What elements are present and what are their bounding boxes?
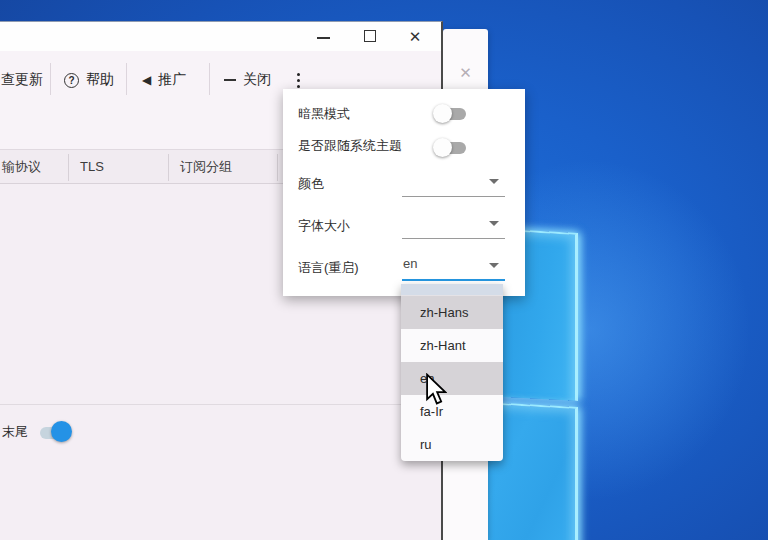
close-icon[interactable]: ✕ (443, 65, 488, 81)
dropdown-item-fa-ir[interactable]: fa-Ir (401, 395, 503, 428)
color-label: 颜色 (298, 175, 324, 193)
toggle-knob[interactable] (433, 138, 452, 157)
font-size-label: 字体大小 (298, 217, 350, 235)
desktop: ✕ ⌄ ? ✕ 查更新 ? 帮助 ◀ 推广 (0, 0, 768, 540)
dropdown-item-ru[interactable]: ru (401, 428, 503, 461)
font-size-select-underline (402, 238, 505, 239)
close-core-button[interactable]: 关闭 (224, 65, 271, 95)
maximize-icon (364, 30, 376, 42)
close-core-label: 关闭 (243, 71, 271, 89)
toggle-knob[interactable] (433, 104, 452, 123)
dark-mode-label: 暗黑模式 (298, 105, 350, 123)
dropdown-item-zh-hans[interactable]: zh-Hans (401, 296, 503, 329)
footer-bar: 末尾 (0, 414, 441, 454)
promotion-label: 推广 (158, 71, 186, 89)
help-button[interactable]: ? 帮助 (64, 65, 114, 95)
help-label: 帮助 (86, 71, 114, 89)
chevron-down-icon[interactable] (489, 263, 499, 268)
language-label: 语言(重启) (298, 259, 359, 277)
dropdown-item-en[interactable]: en (401, 362, 503, 395)
minimize-icon (317, 37, 330, 39)
speaker-icon: ◀ (142, 73, 151, 87)
dropdown-top-strip (401, 284, 503, 296)
minus-icon (224, 79, 236, 81)
language-dropdown-list: zh-Hans zh-Hant en fa-Ir ru (401, 284, 503, 461)
follow-system-theme-label: 是否跟随系统主题 (298, 137, 402, 155)
column-header-tls[interactable]: TLS (68, 150, 168, 183)
check-update-label: 查更新 (1, 71, 43, 89)
check-update-button[interactable]: 查更新 (1, 65, 43, 95)
column-divider (277, 154, 278, 181)
minimize-button[interactable] (306, 22, 340, 51)
toolbar-divider (50, 63, 51, 95)
toggle-knob[interactable] (51, 421, 72, 442)
help-icon: ? (64, 73, 79, 88)
toolbar-divider (126, 63, 127, 95)
settings-popup: 暗黑模式 是否跟随系统主题 颜色 字体大小 语言(重启) en (283, 89, 525, 296)
footer-divider (0, 404, 441, 405)
toolbar-divider (209, 63, 210, 95)
close-button[interactable]: ✕ (398, 22, 432, 51)
color-select-underline (402, 196, 505, 197)
maximize-button[interactable] (353, 22, 387, 51)
mouse-cursor (425, 373, 447, 407)
scroll-to-end-label: 末尾 (2, 423, 28, 441)
column-header-subscription-group[interactable]: 订阅分组 (168, 150, 277, 183)
column-header-protocol[interactable]: 输协议 (0, 150, 68, 183)
language-select[interactable]: en (403, 256, 417, 271)
promotion-button[interactable]: ◀ 推广 (142, 65, 186, 95)
chevron-down-icon[interactable] (489, 221, 499, 226)
language-select-focus-underline (402, 279, 505, 281)
chevron-down-icon[interactable] (489, 179, 499, 184)
titlebar: ✕ (0, 22, 441, 51)
close-icon: ✕ (409, 28, 422, 45)
dropdown-item-zh-hant[interactable]: zh-Hant (401, 329, 503, 362)
